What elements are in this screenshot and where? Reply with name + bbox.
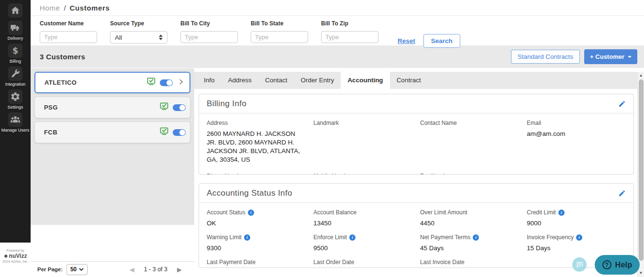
chevron-down-icon	[79, 268, 84, 271]
field-credit-limit: Credit Limit i 9000	[527, 209, 626, 228]
filter-label: Bill To State	[251, 20, 308, 27]
breadcrumb: Home / Customers	[31, 0, 644, 16]
powered-by-text: Powered by	[0, 249, 31, 252]
active-toggle[interactable]	[160, 79, 173, 86]
field-mobile-number: Mobile Number	[313, 173, 412, 175]
scroll-up-arrow[interactable]: ▲	[638, 73, 644, 78]
field-warning-limit: Warning Limit i 9300	[207, 234, 306, 253]
billing-fields: Address 2600 MAYNARD H. JACKSON JR. BLVD…	[207, 120, 626, 175]
customer-row-psg[interactable]: PSG	[34, 97, 190, 118]
chevron-down-icon	[628, 56, 632, 58]
tab-info[interactable]: Info	[197, 72, 222, 89]
info-icon[interactable]: i	[248, 210, 254, 216]
verified-device-icon	[146, 77, 156, 88]
tab-address[interactable]: Address	[222, 72, 259, 89]
active-toggle[interactable]	[173, 104, 186, 111]
customer-row-fcb[interactable]: FCB	[34, 122, 190, 143]
sidebar-item-home[interactable]	[8, 3, 22, 18]
field-label-text: Over Limit Amount	[420, 209, 467, 216]
field-landmark: Landmark	[313, 120, 412, 164]
field-label-text: Net Payment Terms	[420, 234, 470, 241]
sidebar-item-settings[interactable]: Settings	[8, 89, 23, 110]
help-button[interactable]: ? Help	[595, 255, 640, 275]
active-toggle[interactable]	[173, 129, 186, 136]
bill-to-city-input[interactable]	[180, 31, 238, 43]
field-account-balance: Account Balance 13450	[313, 209, 412, 228]
list-header-bar: 3 Customers Standard Contracts + Custome…	[31, 45, 644, 68]
field-value: 45 Days	[420, 244, 519, 253]
customer-name: ATLETICO	[44, 79, 146, 86]
tab-contact[interactable]: Contact	[258, 72, 294, 89]
copyright-text: 2024 nuVizz, Inc.	[0, 260, 31, 263]
customer-row-icons	[159, 127, 186, 138]
settings-icon	[8, 89, 22, 104]
field-value: 15 Days	[527, 244, 626, 253]
content-area: ATLETICO PSG FCB InfoAddressContactOrd	[31, 68, 644, 277]
accounting-fields: Account Status i OK Account Balance 1345…	[207, 209, 626, 268]
sidebar-item-integration[interactable]: Integration	[5, 66, 26, 87]
field-label: Account Status i	[207, 209, 306, 216]
per-page-select[interactable]: 50	[67, 264, 88, 275]
field-last-order-date: Last Order Date	[313, 259, 412, 268]
sidebar-item-billing[interactable]: $ Billing	[8, 44, 22, 64]
breadcrumb-home-link[interactable]: Home	[40, 4, 60, 12]
bill-to-state-input[interactable]	[251, 31, 308, 43]
customer-name-input[interactable]	[40, 31, 97, 43]
tab-accounting[interactable]: Accounting	[341, 72, 389, 89]
home-icon	[8, 3, 22, 18]
standard-contracts-button[interactable]: Standard Contracts	[511, 50, 580, 64]
previous-page-button[interactable]: ◀	[130, 266, 134, 273]
vertical-scrollbar[interactable]: ▲ ▼	[637, 72, 644, 277]
search-button[interactable]: Search	[423, 34, 460, 48]
field-label: Over Limit Amount	[420, 209, 519, 216]
field-label-text: Enforce Limit	[313, 234, 347, 241]
accounting-status-title: Accounting Status Info	[207, 188, 292, 198]
field-label-text: Account Balance	[313, 209, 356, 216]
add-customer-button[interactable]: + Customer	[584, 49, 637, 64]
info-icon[interactable]: i	[576, 234, 582, 241]
sidebar-item-manage-users[interactable]: Manage Users	[1, 112, 30, 133]
info-icon[interactable]: i	[244, 234, 250, 241]
customer-count: 3 Customers	[40, 53, 85, 61]
field-last-invoice-date: Last Invoice Date	[420, 259, 519, 268]
field-label: Invoice Frequency i	[527, 234, 626, 241]
reset-link[interactable]: Reset	[398, 37, 415, 44]
field-label: Contact Name	[420, 120, 519, 126]
filter-actions: Reset Search	[398, 34, 460, 48]
sidebar-item-delivery[interactable]: Delivery	[8, 21, 23, 41]
customer-row-icons	[146, 77, 185, 88]
source-type-select[interactable]: All	[110, 31, 167, 44]
edit-accounting-status-button[interactable]	[618, 189, 626, 197]
per-page-value: 50	[70, 266, 77, 273]
billing-info-title: Billing Info	[207, 99, 246, 109]
billing-info-card: Billing Info Address 2600 MAYNARD H. JAC…	[199, 94, 634, 175]
sidebar-item-label: Delivery	[8, 36, 23, 41]
info-icon[interactable]: i	[349, 234, 355, 241]
chevron-right-icon	[177, 78, 185, 88]
sidebar-item-label: Settings	[8, 105, 23, 110]
edit-billing-info-button[interactable]	[618, 100, 626, 108]
pencil-icon	[618, 100, 626, 108]
customer-row-atletico[interactable]: ATLETICO	[34, 72, 190, 93]
bill-to-zip-input[interactable]	[321, 31, 378, 43]
pagination: ◀ 1 - 3 of 3 ▶	[130, 266, 182, 273]
filter-label: Bill To Zip	[321, 20, 378, 27]
info-icon[interactable]: i	[473, 234, 479, 241]
selected-value: All	[115, 34, 122, 41]
field-label-text: Address	[207, 120, 228, 126]
tab-order-entry[interactable]: Order Entry	[294, 72, 341, 89]
filter-field-customer-name: Customer Name	[40, 20, 97, 44]
info-icon[interactable]: i	[558, 210, 565, 216]
scroll-down-arrow[interactable]: ▼	[638, 271, 644, 275]
verified-device-icon	[159, 102, 169, 113]
add-customer-label: + Customer	[590, 53, 624, 60]
field-account-status: Account Status i OK	[207, 209, 306, 228]
next-page-button[interactable]: ▶	[177, 266, 182, 273]
question-mark-icon: ?	[602, 260, 611, 269]
scrollbar-thumb[interactable]	[639, 79, 644, 261]
tab-contract[interactable]: Contract	[390, 72, 428, 89]
page-range-label: 1 - 3 of 3	[144, 266, 167, 273]
field-label-text: Account Status	[207, 209, 245, 216]
field-label: Address	[207, 120, 306, 126]
chat-button[interactable]	[572, 257, 587, 272]
